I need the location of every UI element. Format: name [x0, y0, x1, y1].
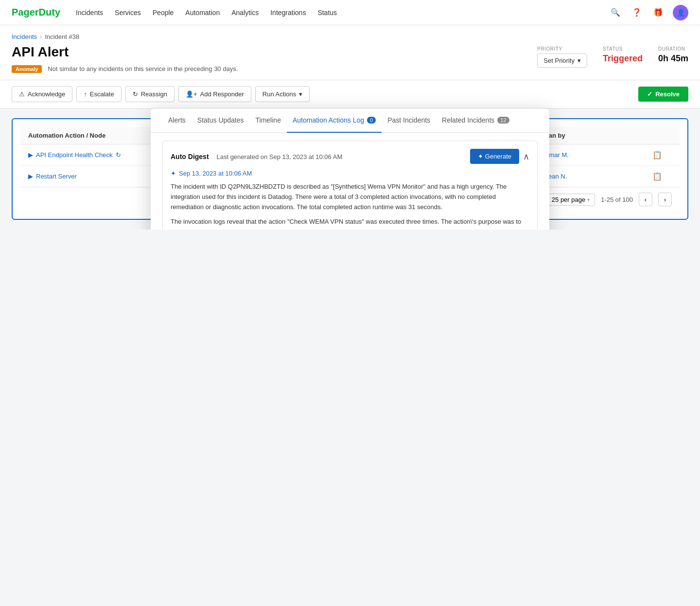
- nav-analytics[interactable]: Analytics: [231, 7, 259, 18]
- nav-items: Incidents Services People Automation Ana…: [76, 7, 609, 18]
- add-responder-label: Add Responder: [200, 90, 244, 98]
- acknowledge-icon: ⚠: [19, 90, 25, 98]
- reassign-label: Reassign: [141, 90, 167, 98]
- modal-body: Auto Digest Last generated on Sep 13, 20…: [151, 133, 549, 230]
- nav-integrations[interactable]: Integrations: [270, 7, 306, 18]
- sparkle-icon: ✦: [171, 170, 176, 177]
- priority-chevron-icon: ▾: [578, 57, 581, 64]
- run-actions-chevron-icon: ▾: [299, 90, 302, 98]
- nav-services[interactable]: Services: [115, 7, 141, 18]
- tab-past-incidents-label: Past Incidents: [387, 116, 430, 124]
- bg-prev-button[interactable]: ‹: [639, 193, 652, 206]
- digest-title: Auto Digest: [171, 153, 209, 160]
- run-actions-label: Run Actions: [262, 90, 296, 98]
- bg-row1-copy-icon[interactable]: 📋: [652, 150, 672, 160]
- bg-row2-copy-icon[interactable]: 📋: [652, 172, 672, 181]
- reassign-icon: ↻: [133, 90, 138, 98]
- bg-pagination-label: 1-25 of 100: [601, 196, 633, 203]
- status-label: STATUS: [603, 46, 643, 52]
- bg-row1-loading-icon: ↻: [116, 151, 121, 159]
- nav-people[interactable]: People: [153, 7, 174, 18]
- help-icon[interactable]: ❓: [630, 6, 644, 19]
- acknowledge-label: Acknowledge: [28, 90, 65, 98]
- escalate-icon: ↑: [84, 90, 87, 98]
- breadcrumb-separator: ›: [40, 33, 42, 40]
- tab-automation-label: Automation Actions Log: [293, 116, 364, 124]
- tab-alerts-label: Alerts: [168, 116, 186, 124]
- bg-row1-expand-icon: ▶: [28, 151, 33, 159]
- tab-related-incidents[interactable]: Related Incidents 12: [436, 108, 515, 133]
- top-nav: PagerDuty Incidents Services People Auto…: [0, 0, 700, 25]
- run-actions-button[interactable]: Run Actions ▾: [255, 86, 310, 102]
- tab-status-updates[interactable]: Status Updates: [192, 108, 250, 133]
- breadcrumb: Incidents › Incident #38: [12, 33, 688, 40]
- bg-col-ran: Ran by: [544, 132, 648, 139]
- priority-label: PRIORITY: [537, 46, 587, 52]
- collapse-button[interactable]: ∧: [523, 151, 529, 162]
- bg-col-copy: [652, 132, 672, 139]
- digest-paragraph-2: The invocation logs reveal that the acti…: [171, 217, 529, 230]
- bg-per-page-label: 25 per page: [552, 196, 585, 203]
- modal: Alerts Status Updates Timeline Automatio…: [151, 108, 549, 230]
- digest-actions: ✦ Generate ∧: [470, 149, 529, 164]
- nav-status[interactable]: Status: [317, 7, 337, 18]
- set-priority-button[interactable]: Set Priority ▾: [537, 53, 587, 68]
- anomaly-badge: Anomaly: [12, 65, 42, 73]
- nav-automation[interactable]: Automation: [185, 7, 220, 18]
- bg-row2-ran[interactable]: Sean N.: [544, 173, 648, 180]
- tab-status-updates-label: Status Updates: [197, 116, 244, 124]
- nav-incidents[interactable]: Incidents: [76, 7, 103, 18]
- generate-button[interactable]: ✦ Generate: [470, 149, 519, 164]
- bg-row2-expand-icon: ▶: [28, 173, 33, 180]
- tab-timeline[interactable]: Timeline: [250, 108, 287, 133]
- bg-row1-action-label: API Endpoint Health Check: [36, 151, 113, 159]
- header-meta: PRIORITY Set Priority ▾ STATUS Triggered…: [537, 44, 688, 68]
- tab-timeline-label: Timeline: [256, 116, 281, 124]
- add-responder-icon: 👤+: [186, 90, 197, 98]
- duration-value: 0h 45m: [658, 53, 688, 64]
- resolve-button[interactable]: ✓ Resolve: [638, 87, 688, 102]
- user-avatar[interactable]: 👤: [673, 5, 688, 20]
- resolve-check-icon: ✓: [647, 90, 652, 98]
- anomaly-description: Not similar to any incidents on this ser…: [48, 65, 238, 72]
- digest-paragraph-1: The incident with ID Q2PN9L3ZHBDZTD is d…: [171, 182, 529, 212]
- search-icon[interactable]: 🔍: [609, 6, 622, 19]
- add-responder-button[interactable]: 👤+ Add Responder: [178, 86, 251, 102]
- digest-timestamp: ✦ Sep 13, 2023 at 10:06 AM: [171, 170, 529, 177]
- logo[interactable]: PagerDuty: [12, 7, 60, 18]
- auto-digest-card: Auto Digest Last generated on Sep 13, 20…: [162, 141, 538, 230]
- gift-icon[interactable]: 🎁: [651, 6, 665, 19]
- breadcrumb-current: Incident #38: [45, 33, 79, 40]
- digest-title-area: Auto Digest Last generated on Sep 13, 20…: [171, 153, 342, 160]
- nav-icons: 🔍 ❓ 🎁 👤: [609, 5, 688, 20]
- page-title: API Alert: [12, 44, 537, 60]
- tab-related-incidents-label: Related Incidents: [442, 116, 494, 124]
- bg-row2-action-label: Restart Server: [36, 173, 77, 180]
- escalate-label: Escalate: [90, 90, 114, 98]
- breadcrumb-incidents-link[interactable]: Incidents: [12, 33, 37, 40]
- tab-alerts[interactable]: Alerts: [162, 108, 192, 133]
- status-group: STATUS Triggered: [603, 46, 643, 64]
- action-bar: ⚠ Acknowledge ↑ Escalate ↻ Reassign 👤+ A…: [0, 80, 700, 108]
- escalate-button[interactable]: ↑ Escalate: [76, 86, 121, 102]
- digest-last-generated: Last generated on Sep 13, 2023 at 10:06 …: [216, 153, 342, 160]
- status-value: Triggered: [603, 53, 643, 64]
- priority-button-label: Set Priority: [543, 57, 575, 64]
- priority-group: PRIORITY Set Priority ▾: [537, 46, 587, 68]
- tab-related-badge: 12: [497, 117, 509, 124]
- acknowledge-button[interactable]: ⚠ Acknowledge: [12, 86, 72, 102]
- bg-per-page-button[interactable]: 25 per page ▾: [546, 194, 595, 206]
- resolve-label: Resolve: [655, 90, 680, 98]
- reassign-button[interactable]: ↻ Reassign: [125, 86, 175, 102]
- duration-label: DURATION: [658, 46, 688, 52]
- tab-automation-actions-log[interactable]: Automation Actions Log 0: [287, 108, 382, 133]
- duration-group: DURATION 0h 45m: [658, 46, 688, 64]
- tab-past-incidents[interactable]: Past Incidents: [382, 108, 436, 133]
- bg-next-button[interactable]: ›: [658, 193, 672, 206]
- bg-row1-ran[interactable]: Omar M.: [544, 151, 648, 159]
- digest-header: Auto Digest Last generated on Sep 13, 20…: [171, 149, 529, 164]
- modal-tabs: Alerts Status Updates Timeline Automatio…: [151, 108, 549, 133]
- main-content: Automation Action / Node Info Start Ran …: [0, 108, 700, 230]
- digest-timestamp-label: Sep 13, 2023 at 10:06 AM: [179, 170, 252, 177]
- page-header: Incidents › Incident #38 API Alert Anoma…: [0, 25, 700, 80]
